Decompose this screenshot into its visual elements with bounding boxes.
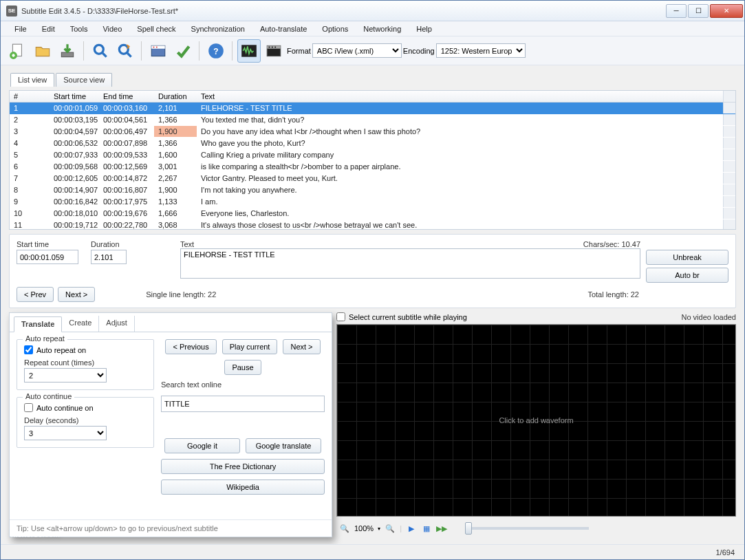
menu-edit[interactable]: Edit: [35, 23, 62, 35]
subtitle-text-input[interactable]: FILEHORSE - TEST TITLE: [180, 248, 640, 279]
menu-spellcheck[interactable]: Spell check: [130, 23, 182, 35]
grid-body[interactable]: 100:00:01,05900:00:03,1602,101FILEHORSE …: [10, 103, 735, 229]
pause-button[interactable]: Pause: [224, 360, 261, 375]
format-select[interactable]: ABC iView (.xml): [312, 43, 402, 58]
menu-tools[interactable]: Tools: [63, 23, 95, 35]
grid-header: # Start time End time Duration Text: [10, 91, 735, 103]
encoding-select[interactable]: 1252: Western Europe: [436, 43, 526, 58]
prev-button[interactable]: < Prev: [17, 287, 54, 302]
table-row[interactable]: 400:00:06,53200:00:07,8981,366Who gave y…: [10, 138, 735, 149]
position-slider[interactable]: [465, 527, 589, 530]
search-online-input[interactable]: [161, 396, 325, 412]
menu-options[interactable]: Options: [315, 23, 355, 35]
auto-repeat-group: Auto repeat Auto repeat on Repeat count …: [17, 339, 154, 390]
auto-repeat-checkbox[interactable]: Auto repeat on: [24, 345, 147, 354]
col-number[interactable]: #: [10, 91, 50, 102]
unbreak-button[interactable]: Unbreak: [646, 250, 728, 265]
edit-panel: Start time Duration Text Chars/sec: 10.4…: [9, 234, 736, 308]
play-icon[interactable]: ▶: [406, 523, 417, 534]
table-row[interactable]: 700:00:12,60500:00:14,8722,267Victor Gan…: [10, 173, 735, 184]
tab-create[interactable]: Create: [62, 316, 99, 332]
translate-panel: Translate Create Adjust Auto repeat Auto…: [9, 312, 332, 537]
statusbar: 1/694: [1, 544, 744, 559]
table-row[interactable]: 100:00:01,05900:00:03,1602,101FILEHORSE …: [10, 103, 735, 114]
table-row[interactable]: 800:00:14,90700:00:16,8071,900I'm not ta…: [10, 184, 735, 196]
svg-point-14: [268, 46, 270, 47]
menu-video[interactable]: Video: [96, 23, 129, 35]
scrollbar[interactable]: [723, 91, 735, 102]
col-text[interactable]: Text: [197, 91, 723, 102]
waveform-display[interactable]: Click to add waveform: [336, 324, 736, 517]
subtitle-grid: # Start time End time Duration Text 100:…: [9, 90, 736, 230]
visual-sync-icon[interactable]: [147, 39, 170, 63]
menu-file[interactable]: File: [8, 23, 34, 35]
table-row[interactable]: 200:00:03,19500:00:04,5611,366You texted…: [10, 114, 735, 126]
find-icon[interactable]: [89, 39, 112, 63]
tab-list-view[interactable]: List view: [10, 73, 54, 87]
svg-point-7: [153, 46, 154, 47]
next-button[interactable]: Next >: [58, 287, 95, 302]
auto-continue-checkbox[interactable]: Auto continue on: [24, 403, 147, 412]
start-time-label: Start time: [17, 240, 85, 248]
video-toggle-icon[interactable]: [262, 39, 285, 63]
tab-translate[interactable]: Translate: [14, 316, 62, 332]
video-controls: 🔍 100% ▾ 🔍 | ▶ ▦ ▶▶: [336, 519, 736, 537]
repeat-count-select[interactable]: 2: [24, 368, 107, 383]
free-dictionary-button[interactable]: The Free Dictionary: [161, 459, 325, 474]
maximize-button[interactable]: ☐: [688, 4, 709, 18]
next-sub-button[interactable]: Next >: [283, 339, 320, 354]
col-duration[interactable]: Duration: [154, 91, 197, 102]
col-start[interactable]: Start time: [50, 91, 99, 102]
table-row[interactable]: 1000:00:18,01000:00:19,6761,666Everyone …: [10, 208, 735, 219]
play-current-button[interactable]: Play current: [222, 339, 278, 354]
waveform-toggle-icon[interactable]: [237, 39, 261, 63]
tab-adjust[interactable]: Adjust: [99, 316, 135, 332]
table-row[interactable]: 500:00:07,93300:00:09,5331,600Calling Kr…: [10, 149, 735, 161]
table-row[interactable]: 900:00:16,84200:00:17,9751,133I am.: [10, 196, 735, 208]
svg-point-3: [94, 45, 103, 54]
tab-source-view[interactable]: Source view: [56, 73, 112, 87]
zoom-out-icon[interactable]: 🔍: [339, 523, 350, 534]
app-window: SE Subtitle Edit 3.4.5 - D:\3333\FileHor…: [0, 0, 745, 560]
minimize-button[interactable]: ─: [666, 4, 687, 18]
auto-repeat-title: Auto repeat: [23, 334, 67, 343]
menu-autotranslate[interactable]: Auto-translate: [253, 23, 314, 35]
fast-forward-icon[interactable]: ▶▶: [436, 523, 447, 534]
table-row[interactable]: 600:00:09,56800:00:12,5693,001is like co…: [10, 161, 735, 173]
delay-select[interactable]: 3: [24, 426, 107, 440]
table-row[interactable]: 1100:00:19,71200:00:22,7803,068It's alwa…: [10, 219, 735, 229]
autobr-button[interactable]: Auto br: [646, 268, 728, 283]
previous-button[interactable]: < Previous: [165, 339, 216, 354]
select-while-playing-checkbox[interactable]: Select current subtitle while playing: [336, 312, 467, 321]
replace-icon[interactable]: [114, 39, 137, 63]
start-time-input[interactable]: [17, 250, 78, 264]
svg-text:?: ?: [213, 47, 218, 56]
open-file-icon[interactable]: [31, 39, 54, 63]
col-end[interactable]: End time: [99, 91, 154, 102]
help-icon[interactable]: ?: [204, 39, 228, 63]
close-button[interactable]: ✕: [710, 4, 743, 18]
auto-continue-title: Auto continue: [23, 392, 74, 400]
single-line-length: Single line length: 22: [146, 290, 216, 299]
spellcheck-icon[interactable]: [171, 39, 195, 63]
wikipedia-button[interactable]: Wikipedia: [161, 480, 325, 495]
new-file-icon[interactable]: [6, 39, 30, 63]
menu-networking[interactable]: Networking: [356, 23, 408, 35]
google-it-button[interactable]: Google it: [164, 438, 240, 453]
repeat-count-label: Repeat count (times): [24, 358, 147, 367]
zoom-level: 100%: [354, 524, 374, 532]
waveform-placeholder: Click to add waveform: [337, 325, 735, 516]
menu-sync[interactable]: Synchronization: [184, 23, 252, 35]
duration-label: Duration: [91, 240, 139, 248]
duration-input[interactable]: [91, 250, 127, 264]
google-translate-button[interactable]: Google translate: [246, 438, 321, 453]
table-row[interactable]: 300:00:04,59700:00:06,4971,900Do you hav…: [10, 126, 735, 138]
svg-point-16: [274, 46, 276, 47]
grid-icon[interactable]: ▦: [421, 523, 432, 534]
bottom-area: Translate Create Adjust Auto repeat Auto…: [9, 312, 736, 537]
zoom-in-icon[interactable]: 🔍: [385, 523, 396, 534]
format-label: Format: [287, 47, 311, 55]
window-title: Subtitle Edit 3.4.5 - D:\3333\FileHorse-…: [21, 7, 665, 15]
menu-help[interactable]: Help: [409, 23, 439, 35]
save-file-icon[interactable]: [56, 39, 79, 63]
